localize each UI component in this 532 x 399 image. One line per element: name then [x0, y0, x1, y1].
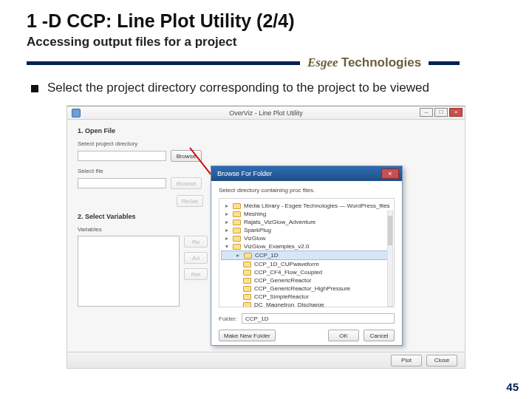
browse-folder-dialog: Browse For Folder × Select directory con…: [211, 166, 403, 346]
tree-node-label: Rajats_VizGlow_Adventure: [244, 219, 316, 225]
tree-node-label: CCP_1D_CUPwaveform: [254, 261, 319, 267]
brand-first: Esgee: [307, 55, 338, 69]
tree-scrollbar[interactable]: [387, 211, 393, 307]
folder-icon: [233, 219, 241, 225]
bullet-item: Select the project directory correspondi…: [31, 81, 505, 95]
plot-button[interactable]: Plot: [391, 355, 422, 366]
chevron-right-icon[interactable]: ▸: [235, 252, 241, 259]
tree-node-label: Media Library - Esgee Technologies — Wor…: [244, 202, 390, 209]
tree-node-label: VizGlow_Examples_v2.0: [244, 243, 309, 250]
tree-node-label: CCP_CF4_Flow_Coupled: [254, 269, 322, 276]
file-input[interactable]: [78, 178, 166, 188]
re-button[interactable]: Re: [184, 236, 208, 248]
tree-node[interactable]: ▾VizGlow_Examples_v2.0: [221, 242, 392, 250]
folder-icon: [233, 203, 241, 209]
tree-node-label: Meshing: [244, 211, 266, 217]
tree-node[interactable]: ▸CCP_1D: [221, 250, 392, 260]
reset-button[interactable]: ReSet: [177, 195, 203, 207]
scrollbar-thumb[interactable]: [388, 216, 392, 245]
browse-project-dir-button[interactable]: Browse: [171, 150, 202, 162]
tree-node[interactable]: CCP_CF4_Flow_Coupled: [221, 268, 392, 276]
dialog-title: Browse For Folder: [217, 170, 272, 177]
folder-icon: [243, 302, 251, 308]
maximize-button[interactable]: □: [434, 108, 448, 117]
tree-node[interactable]: ▸Meshing: [221, 210, 392, 218]
tree-node[interactable]: DC_Magnetron_Discharge: [221, 301, 392, 307]
folder-icon: [233, 244, 241, 250]
cancel-button[interactable]: Cancel: [364, 330, 395, 341]
tree-node[interactable]: CCP_SimpleReactor: [221, 293, 392, 301]
variables-listbox[interactable]: [78, 236, 180, 307]
page-number: 45: [506, 381, 519, 393]
folder-name-value: CCP_1D: [245, 316, 269, 322]
divider-right: [429, 61, 460, 65]
dialog-body: Select directory containing proc files. …: [211, 181, 402, 346]
folder-icon: [233, 211, 241, 217]
folder-icon: [233, 228, 241, 233]
folder-icon: [243, 278, 251, 284]
make-new-folder-button[interactable]: Make New Folder: [219, 330, 276, 341]
app-close-button[interactable]: Close: [426, 355, 457, 366]
minimize-button[interactable]: –: [420, 108, 433, 117]
folder-icon: [233, 236, 241, 242]
dialog-titlebar[interactable]: Browse For Folder ×: [211, 166, 402, 181]
app-bottom-bar: Plot Close: [67, 352, 465, 368]
slide-subtitle: Accessing output files for a project: [27, 35, 505, 50]
tree-node[interactable]: ▸Rajats_VizGlow_Adventure: [221, 218, 392, 226]
tree-node-label: CCP_GenericReactor_HighPressure: [254, 285, 350, 292]
screenshot-wrapper: OverViz - Line Plot Utility – □ × 1. Ope…: [27, 106, 505, 369]
app-window: OverViz - Line Plot Utility – □ × 1. Ope…: [66, 106, 466, 369]
bullet-text: Select the project directory correspondi…: [47, 81, 429, 95]
folder-icon: [243, 270, 251, 276]
tree-node-label: SparkPlug: [244, 227, 271, 233]
overviz-icon: [72, 109, 81, 117]
chevron-right-icon[interactable]: ▸: [224, 202, 230, 209]
dialog-close-button[interactable]: ×: [381, 168, 399, 179]
brand-bar: Esgee Technologies: [27, 55, 505, 70]
variable-action-buttons: Re Ad Ret: [184, 236, 208, 280]
tree-node-label: VizGlow: [244, 235, 265, 242]
tree-node[interactable]: ▸VizGlow: [221, 234, 392, 242]
window-controls: – □ ×: [420, 108, 463, 117]
tree-node-label: CCP_GenericReactor: [254, 277, 311, 284]
folder-icon: [244, 253, 252, 259]
ad-button[interactable]: Ad: [184, 252, 208, 264]
chevron-right-icon[interactable]: ▸: [224, 219, 230, 225]
tree-node[interactable]: ▸SparkPlug: [221, 226, 392, 234]
slide-title: 1 -D CCP: Line Plot Utility (2/4): [27, 10, 505, 32]
app-titlebar[interactable]: OverViz - Line Plot Utility – □ ×: [67, 106, 465, 120]
tree-node-label: CCP_1D: [255, 252, 279, 259]
folder-icon: [243, 262, 251, 267]
tree-node[interactable]: ▸Media Library - Esgee Technologies — Wo…: [221, 202, 392, 210]
folder-icon: [243, 286, 251, 292]
tree-node-label: DC_Magnetron_Discharge: [254, 301, 324, 307]
folder-name-input[interactable]: CCP_1D: [242, 313, 395, 324]
chevron-right-icon[interactable]: ▸: [224, 211, 230, 217]
app-title: OverViz - Line Plot Utility: [229, 109, 302, 117]
slide: 1 -D CCP: Line Plot Utility (2/4) Access…: [0, 0, 532, 399]
folder-icon: [243, 294, 251, 300]
app-body: 1. Open File Select project directory Br…: [67, 120, 465, 368]
browse-file-button[interactable]: Browse: [171, 177, 202, 189]
chevron-right-icon[interactable]: ▸: [224, 235, 230, 242]
dialog-instruction: Select directory containing proc files.: [219, 187, 395, 194]
folder-tree[interactable]: ▸Media Library - Esgee Technologies — Wo…: [219, 198, 395, 307]
brand-second: Technologies: [341, 55, 421, 69]
tree-node[interactable]: CCP_GenericReactor_HighPressure: [221, 284, 392, 293]
folder-label: Folder:: [219, 316, 237, 322]
chevron-down-icon[interactable]: ▾: [224, 243, 230, 250]
divider-left: [27, 61, 300, 65]
chevron-right-icon[interactable]: ▸: [224, 227, 230, 233]
section-open-file: 1. Open File: [78, 127, 454, 134]
brand-logo: Esgee Technologies: [307, 55, 421, 70]
tree-node[interactable]: CCP_1D_CUPwaveform: [221, 260, 392, 268]
label-project-dir: Select project directory: [78, 140, 454, 147]
close-button[interactable]: ×: [449, 108, 463, 117]
project-dir-input[interactable]: [78, 151, 166, 161]
ret-button[interactable]: Ret: [184, 268, 208, 280]
bullet-square-icon: [31, 85, 38, 92]
tree-node-label: CCP_SimpleReactor: [254, 293, 309, 300]
ok-button[interactable]: OK: [328, 330, 359, 341]
tree-node[interactable]: CCP_GenericReactor: [221, 276, 392, 284]
